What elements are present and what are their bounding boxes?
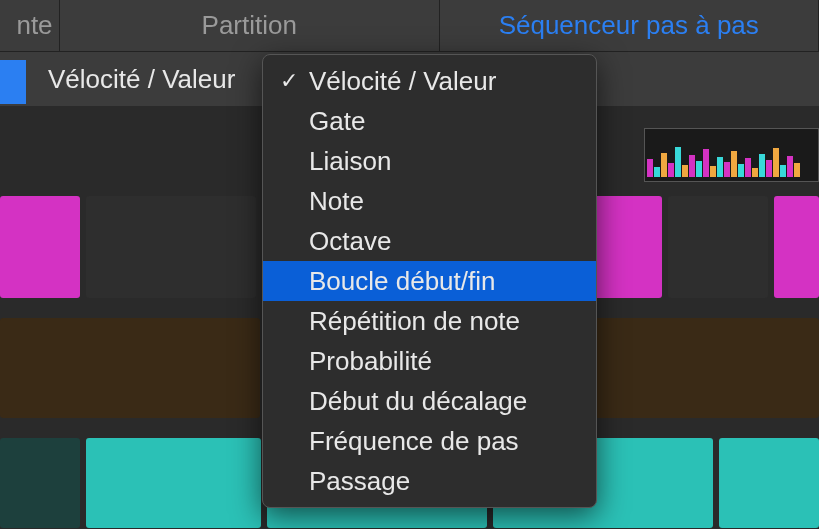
step-cell[interactable] (0, 318, 260, 418)
visualizer-bar (745, 158, 751, 177)
visualizer-bar (724, 162, 730, 177)
visualizer-bar (668, 163, 674, 177)
mini-visualizer[interactable] (644, 128, 819, 182)
visualizer-bar (661, 153, 667, 177)
menu-item[interactable]: Probabilité (263, 341, 596, 381)
visualizer-bar (780, 165, 786, 177)
step-cell[interactable] (86, 196, 256, 298)
visualizer-bar (794, 163, 800, 177)
menu-item[interactable]: Boucle début/fin (263, 261, 596, 301)
menu-item[interactable]: Début du décalage (263, 381, 596, 421)
menu-item[interactable]: Répétition de note (263, 301, 596, 341)
menu-item-label: Début du décalage (309, 386, 527, 417)
menu-item-label: Boucle début/fin (309, 266, 495, 297)
menu-item[interactable]: Liaison (263, 141, 596, 181)
menu-item-label: Répétition de note (309, 306, 520, 337)
menu-item[interactable]: Octave (263, 221, 596, 261)
visualizer-bar (689, 155, 695, 177)
tab-step-sequencer[interactable]: Séquenceur pas à pas (440, 0, 820, 51)
visualizer-bar (766, 160, 772, 177)
dropdown-label: Vélocité / Valeur (48, 64, 235, 95)
menu-item-label: Liaison (309, 146, 391, 177)
visualizer-bar (696, 161, 702, 177)
menu-item-label: Fréquence de pas (309, 426, 519, 457)
visualizer-bar (675, 147, 681, 177)
step-cell[interactable] (86, 438, 261, 528)
visualizer-bar (773, 148, 779, 177)
checkmark-icon: ✓ (277, 68, 301, 94)
step-cell[interactable] (668, 196, 768, 298)
step-cell[interactable] (0, 196, 80, 298)
menu-item-label: Octave (309, 226, 391, 257)
visualizer-bar (703, 149, 709, 177)
menu-item-label: Note (309, 186, 364, 217)
visualizer-bar (752, 168, 758, 177)
visualizer-bar (647, 159, 653, 177)
menu-item[interactable]: Fréquence de pas (263, 421, 596, 461)
menu-item-label: Probabilité (309, 346, 432, 377)
menu-item-label: Passage (309, 466, 410, 497)
visualizer-bar (738, 164, 744, 177)
menu-item[interactable]: Note (263, 181, 596, 221)
edit-mode-dropdown[interactable]: Vélocité / Valeur (26, 52, 257, 106)
visualizer-bar (759, 154, 765, 177)
step-cell[interactable] (719, 438, 819, 528)
tab-left-partial[interactable]: nte (0, 0, 60, 51)
menu-item[interactable]: Passage (263, 461, 596, 501)
step-cell[interactable] (0, 438, 80, 528)
visualizer-bar (787, 156, 793, 177)
tab-partition[interactable]: Partition (60, 0, 440, 51)
menu-item[interactable]: ✓Vélocité / Valeur (263, 61, 596, 101)
menu-item[interactable]: Gate (263, 101, 596, 141)
visualizer-bar (717, 157, 723, 177)
visualizer-bar (654, 167, 660, 177)
menu-item-label: Gate (309, 106, 365, 137)
visualizer-bar (682, 165, 688, 177)
step-cell[interactable] (774, 196, 819, 298)
tab-bar: nte Partition Séquenceur pas à pas (0, 0, 819, 52)
visualizer-bar (731, 151, 737, 177)
edit-mode-menu: ✓Vélocité / ValeurGateLiaisonNoteOctaveB… (262, 54, 597, 508)
visualizer-bar (710, 166, 716, 177)
playhead-marker[interactable] (0, 60, 26, 104)
menu-item-label: Vélocité / Valeur (309, 66, 496, 97)
